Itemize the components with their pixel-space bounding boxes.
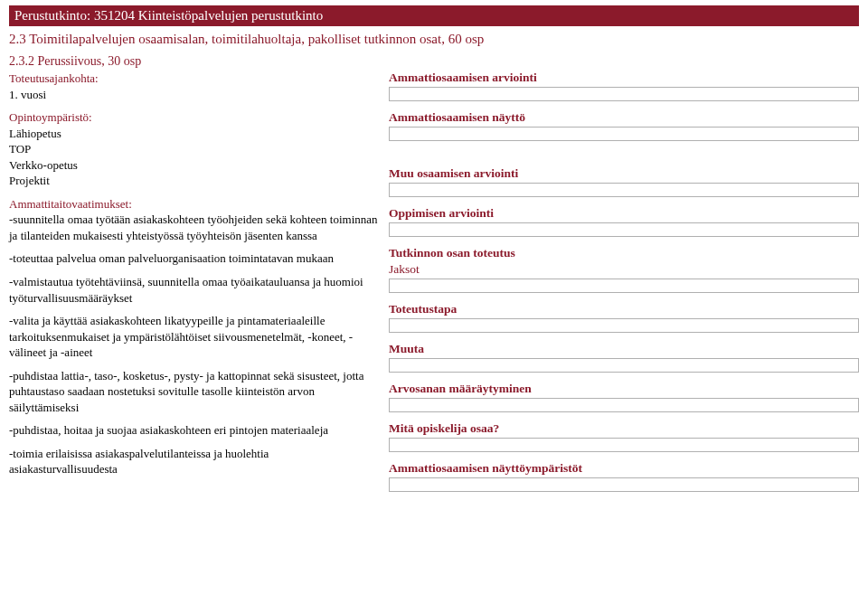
heading-arvosanan-maaraytyminen: Arvosanan määräytyminen	[389, 382, 859, 396]
subheading-1: 2.3 Toimitilapalvelujen osaamisalan, toi…	[9, 32, 859, 47]
page-banner: Perustutkinto: 351204 Kiinteistöpalveluj…	[9, 5, 859, 26]
heading-ammattiosaamisen-naytto: Ammattiosaamisen näyttö	[389, 110, 859, 125]
field-ammattiosaamisen-nayttoymparistot[interactable]	[389, 477, 859, 492]
atv-item-4-block: -valita ja käyttää asiakaskohteen likaty…	[9, 313, 380, 361]
subheading-2: 2.3.2 Perussiivous, 30 osp	[9, 54, 859, 69]
field-mita-opiskelija-osaa[interactable]	[389, 438, 859, 452]
opintoymparisto-value-2: TOP	[9, 142, 31, 156]
group-ammattiosaamisen-arviointi: Ammattiosaamisen arviointi	[389, 71, 859, 101]
atv-item-2-block: -toteuttaa palvelua oman palveluorganisa…	[9, 250, 380, 267]
subheading-jaksot: Jaksot	[389, 262, 859, 277]
atv-item-5-block: -puhdistaa lattia-, taso-, kosketus-, py…	[9, 368, 380, 416]
heading-toteutustapa: Toteutustapa	[389, 302, 859, 316]
ammattitaitovaatimukset-block: Ammattitaitovaatimukset: -suunnitella om…	[9, 196, 380, 244]
heading-tutkinnon-osan-toteutus: Tutkinnon osan toteutus	[389, 246, 859, 260]
heading-muu-osaamisen-arviointi: Muu osaamisen arviointi	[389, 166, 859, 181]
toteutusajankohta-block: Toteutusajankohta: 1. vuosi	[9, 71, 380, 102]
group-ammattiosaamisen-nayttoymparistot: Ammattiosaamisen näyttöympäristöt	[389, 461, 859, 492]
opintoymparisto-value-4: Projektit	[9, 174, 50, 187]
group-mita-opiskelija-osaa: Mitä opiskelija osaa?	[389, 421, 859, 452]
opintoymparisto-label: Opintoympäristö:	[9, 110, 92, 124]
heading-ammattiosaamisen-nayttoymparistot: Ammattiosaamisen näyttöympäristöt	[389, 461, 859, 476]
group-toteutustapa: Toteutustapa	[389, 302, 859, 333]
ammattitaitovaatimukset-label: Ammattitaitovaatimukset:	[9, 197, 132, 211]
field-ammattiosaamisen-arviointi[interactable]	[389, 87, 859, 101]
group-tutkinnon-osan-toteutus: Tutkinnon osan toteutus Jaksot	[389, 246, 859, 293]
field-jaksot[interactable]	[389, 279, 859, 293]
toteutusajankohta-value: 1. vuosi	[9, 88, 46, 101]
field-muu-osaamisen-arviointi[interactable]	[389, 183, 859, 197]
field-arvosanan-maaraytyminen[interactable]	[389, 398, 859, 412]
atv-item-7: -toimia erilaisissa asiakaspalvelutilant…	[9, 447, 269, 477]
field-toteutustapa[interactable]	[389, 318, 859, 333]
heading-oppimisen-arviointi: Oppimisen arviointi	[389, 206, 859, 221]
field-oppimisen-arviointi[interactable]	[389, 222, 859, 237]
atv-item-5: -puhdistaa lattia-, taso-, kosketus-, py…	[9, 369, 363, 414]
group-arvosanan-maaraytyminen: Arvosanan määräytyminen	[389, 382, 859, 412]
opintoymparisto-value-1: Lähiopetus	[9, 127, 61, 140]
atv-item-1: -suunnitella omaa työtään asiakaskohteen…	[9, 212, 378, 242]
atv-item-4: -valita ja käyttää asiakaskohteen likaty…	[9, 314, 353, 359]
atv-item-6-block: -puhdistaa, hoitaa ja suojaa asiakaskoht…	[9, 422, 380, 439]
heading-muuta: Muuta	[389, 342, 859, 356]
field-ammattiosaamisen-naytto[interactable]	[389, 127, 859, 141]
opintoymparisto-value-3: Verkko-opetus	[9, 158, 78, 172]
group-muu-osaamisen-arviointi: Muu osaamisen arviointi	[389, 166, 859, 197]
atv-item-3: -valmistautua työtehtäviinsä, suunnitell…	[9, 275, 363, 305]
atv-item-3-block: -valmistautua työtehtäviinsä, suunnitell…	[9, 274, 380, 306]
field-muuta[interactable]	[389, 358, 859, 373]
toteutusajankohta-label: Toteutusajankohta:	[9, 71, 99, 85]
atv-item-7-block: -toimia erilaisissa asiakaspalvelutilant…	[9, 446, 380, 477]
group-ammattiosaamisen-naytto: Ammattiosaamisen näyttö	[389, 110, 859, 141]
atv-item-2: -toteuttaa palvelua oman palveluorganisa…	[9, 251, 334, 265]
opintoymparisto-block: Opintoympäristö: Lähiopetus TOP Verkko-o…	[9, 109, 380, 189]
heading-mita-opiskelija-osaa: Mitä opiskelija osaa?	[389, 421, 859, 436]
atv-item-6: -puhdistaa, hoitaa ja suojaa asiakaskoht…	[9, 423, 328, 437]
group-muuta: Muuta	[389, 342, 859, 373]
group-oppimisen-arviointi: Oppimisen arviointi	[389, 206, 859, 237]
heading-ammattiosaamisen-arviointi: Ammattiosaamisen arviointi	[389, 71, 859, 85]
